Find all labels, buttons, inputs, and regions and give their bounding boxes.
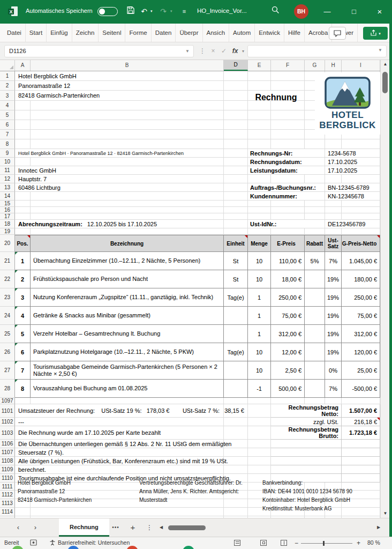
items-header-rabatt[interactable]: Rabatt	[305, 235, 325, 252]
zoom-in-icon[interactable]: +	[357, 539, 360, 547]
row-header[interactable]: 23	[0, 288, 15, 307]
items-header-gpreis[interactable]: G-Preis-Netto	[342, 235, 380, 252]
item-unit-cell[interactable]: Tag(e)	[224, 343, 248, 361]
sheet-tab-rechnung[interactable]: Rechnung	[59, 518, 109, 537]
zoom-slider-thumb[interactable]	[323, 541, 325, 546]
minimize-button[interactable]: —	[319, 4, 335, 19]
accessibility-icon[interactable]	[49, 539, 56, 547]
row-header[interactable]: 1109	[0, 465, 15, 474]
zoom-out-icon[interactable]: −	[295, 539, 298, 547]
row-header[interactable]: 4	[0, 101, 15, 110]
tab-zeichnen[interactable]: Zeichn	[72, 24, 99, 42]
spreadsheet-grid[interactable]: 1Hotel Bergblick GmbH 2Panoramastraße 12…	[0, 71, 380, 518]
item-price-cell[interactable]: 18,00 €	[271, 270, 305, 288]
footer-line[interactable]: IBAN: DE44 1001 0010 1234 5678 90	[262, 487, 352, 496]
more-sheets-icon[interactable]: •••	[109, 518, 122, 537]
footer-line[interactable]: Kreditinstitut: Musterbank AG	[262, 505, 352, 513]
footer-line[interactable]: Bankverbindung:	[262, 479, 352, 487]
row-header[interactable]: 7	[0, 130, 15, 139]
row-header[interactable]: 11	[0, 166, 15, 175]
item-total-cell[interactable]: 180,00 €	[342, 270, 380, 288]
save-icon[interactable]	[125, 5, 136, 17]
row-header[interactable]: 6	[0, 120, 15, 130]
row-header[interactable]: 1101	[0, 404, 15, 418]
row-header[interactable]: 17	[0, 213, 15, 220]
row-header[interactable]: 24	[0, 307, 15, 325]
item-vat-cell[interactable]: 0%	[325, 361, 342, 380]
excel-app-icon[interactable]: X	[7, 6, 18, 18]
page-layout-view-icon[interactable]	[260, 540, 267, 546]
item-price-cell[interactable]: 500,00 €	[271, 380, 305, 398]
row-header[interactable]: 1	[0, 71, 15, 81]
item-desc-cell[interactable]: Tourismusabgabe Gemeinde Garmisch-Parten…	[31, 361, 224, 380]
items-header-bezeichnung[interactable]: Bezeichnung	[31, 235, 224, 252]
cell-company-street[interactable]: Panoramastraße 12	[15, 81, 224, 91]
document-heading[interactable]: Rechnung	[248, 91, 305, 101]
tab-hilfe[interactable]: Hilfe	[284, 24, 305, 42]
cell-invoice-date-value[interactable]: 17.10.2025	[325, 158, 380, 166]
cell-company-city[interactable]: 82418 Garmisch-Partenkirchen	[15, 91, 224, 101]
col-header-d[interactable]: D	[224, 60, 248, 71]
cell-note[interactable]: Die Übernachtungen unterliegen gemäß § 1…	[15, 440, 224, 448]
item-desc-cell[interactable]: Übernachtung Einzelzimmer (10.–12.11., 2…	[31, 252, 224, 270]
share-button[interactable]: ▾	[363, 27, 388, 40]
item-total-cell[interactable]: -500,00 €	[342, 380, 380, 398]
tab-einfuegen[interactable]: Einfüg	[47, 24, 72, 42]
item-pos-cell[interactable]: 1	[15, 252, 31, 270]
undo-chevron-icon[interactable]: ▾	[150, 9, 153, 13]
select-all-corner[interactable]	[0, 60, 15, 71]
vertical-scroll-thumb[interactable]	[382, 72, 388, 93]
cell-separator[interactable]: ---	[15, 418, 224, 426]
row-header[interactable]: 22	[0, 270, 15, 288]
item-discount-cell[interactable]	[305, 270, 325, 288]
row-header[interactable]: 1097	[0, 398, 15, 404]
item-qty-cell[interactable]: 1	[248, 288, 271, 307]
cancel-icon[interactable]: ×	[209, 45, 217, 57]
item-vat-cell[interactable]: 19%	[325, 325, 342, 343]
col-header-h[interactable]: H	[325, 60, 342, 71]
item-price-cell[interactable]: 12,00 €	[271, 343, 305, 361]
item-total-cell[interactable]: 25,00 €	[342, 361, 380, 380]
maximize-button[interactable]: □	[346, 4, 362, 19]
item-desc-cell[interactable]: Vorauszahlung bei Buchung am 01.08.2025	[31, 380, 224, 398]
col-header-a[interactable]: A	[15, 60, 31, 71]
item-unit-cell[interactable]: St	[224, 270, 248, 288]
formula-input[interactable]: ▼	[247, 45, 387, 57]
items-header-epreis[interactable]: E-Preis	[271, 235, 305, 252]
horizontal-scroll-thumb[interactable]	[168, 525, 206, 530]
cell-order-no-label[interactable]: Auftrags-/Buchungsnr.:	[248, 183, 325, 192]
item-desc-cell[interactable]: Nutzung Konferenzraum „Zugspitze“ (11.11…	[31, 288, 224, 307]
item-total-cell[interactable]: 312,00 €	[342, 325, 380, 343]
item-unit-cell[interactable]	[224, 361, 248, 380]
row-header[interactable]: 21	[0, 252, 15, 270]
item-discount-cell[interactable]	[305, 288, 325, 307]
items-header-menge[interactable]: Menge	[248, 235, 271, 252]
item-pos-cell[interactable]: 6	[15, 343, 31, 361]
item-pos-cell[interactable]: 5	[15, 325, 31, 343]
item-unit-cell[interactable]	[224, 307, 248, 325]
insert-function-icon[interactable]: fx	[230, 45, 240, 57]
item-discount-cell[interactable]	[305, 343, 325, 361]
name-box[interactable]: D1126▼	[4, 45, 194, 57]
item-pos-cell[interactable]: 8	[15, 380, 31, 398]
item-discount-cell[interactable]	[305, 380, 325, 398]
row-header[interactable]: 8	[0, 139, 15, 149]
item-desc-cell[interactable]: Getränke & Snacks aus Minibar (gesammelt…	[31, 307, 224, 325]
row-header[interactable]: 15	[0, 201, 15, 207]
row-header[interactable]: 3	[0, 91, 15, 101]
item-vat-cell[interactable]: 19%	[325, 343, 342, 361]
item-desc-cell[interactable]: Verzehr Hotelbar – Gesamtrechnung lt. Bu…	[31, 325, 224, 343]
row-header[interactable]: 27	[0, 361, 15, 380]
cell-note[interactable]: Steuersatz (7 %).	[15, 448, 224, 457]
cell-note[interactable]: berechnet.	[15, 465, 224, 474]
cell-total-brutto-label[interactable]: Rechnungsbetrag Brutto:	[271, 426, 342, 440]
item-desc-cell[interactable]: Frühstückspauschale pro Person und Nacht	[31, 270, 224, 288]
normal-view-icon[interactable]	[234, 540, 240, 546]
row-header[interactable]: 16	[0, 207, 15, 213]
cell-company-name[interactable]: Hotel Bergblick GmbH	[15, 71, 224, 81]
comments-button[interactable]	[329, 27, 346, 40]
name-box-chevron-icon[interactable]: ▼	[185, 46, 190, 57]
item-total-cell[interactable]: 75,00 €	[342, 307, 380, 325]
add-sheet-icon[interactable]: +	[127, 518, 138, 537]
scroll-down-icon[interactable]: ▼	[381, 509, 390, 518]
